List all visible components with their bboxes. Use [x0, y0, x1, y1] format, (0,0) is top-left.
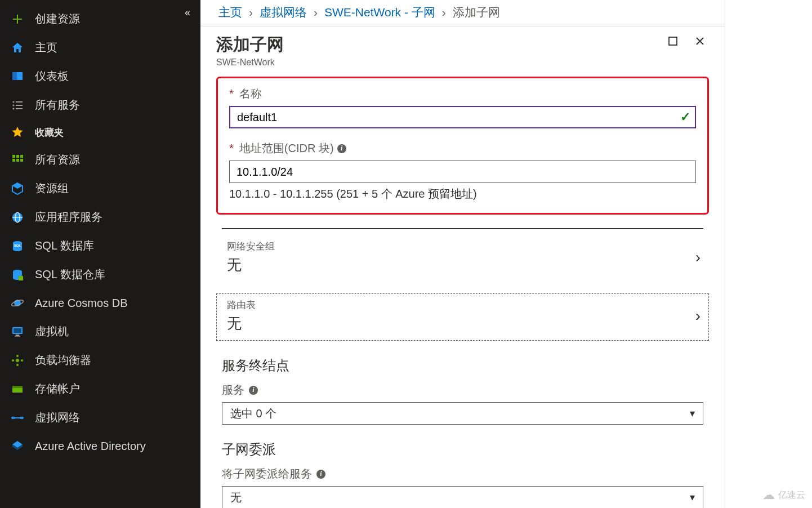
grid-icon [10, 153, 25, 167]
required-mark: * [229, 142, 234, 155]
svg-point-6 [13, 108, 15, 109]
sidebar-item-home[interactable]: 主页 [0, 33, 200, 62]
breadcrumb-link-subnet[interactable]: SWE-NetWork - 子网 [324, 5, 435, 20]
section-title-delegation: 子网委派 [222, 440, 703, 458]
svg-text:SQL: SQL [14, 244, 21, 247]
load-balancer-icon [10, 353, 25, 368]
info-icon[interactable]: i [249, 386, 258, 395]
dropdown-value: 选中 0 个 [230, 406, 276, 421]
plus-icon [10, 12, 25, 26]
sidebar-item-label: 创建资源 [35, 11, 80, 26]
vnet-icon [10, 411, 25, 425]
sidebar-item-create-resource[interactable]: 创建资源 [0, 5, 200, 33]
sidebar-item-label: 应用程序服务 [35, 210, 102, 225]
sidebar-item-storage[interactable]: 存储帐户 [0, 375, 200, 403]
chevron-down-icon: ▾ [690, 491, 695, 503]
sidebar-item-sql-db[interactable]: SQL SQL 数据库 [0, 231, 200, 260]
sidebar-item-aad[interactable]: Azure Active Directory [0, 432, 200, 460]
panel-header: 添加子网 SWE-NetWork [200, 26, 725, 70]
list-icon [10, 98, 25, 113]
panel-title: 添加子网 [216, 33, 284, 56]
sidebar-favorites-label: 收藏夹 [35, 126, 64, 139]
sidebar-item-vnet[interactable]: 虚拟网络 [0, 403, 200, 432]
star-icon [10, 125, 25, 140]
section-divider [222, 228, 703, 229]
label-services: 服务 i [222, 382, 703, 398]
globe-icon [10, 210, 25, 225]
delegation-dropdown[interactable]: 无 ▾ [222, 486, 703, 508]
sidebar-item-all-resources[interactable]: 所有资源 [0, 145, 200, 174]
highlight-box: * 名称 ✓ * 地址范围(CIDR 块) i [216, 77, 709, 215]
restore-window-icon[interactable] [667, 35, 679, 47]
home-icon [10, 41, 25, 55]
label-text: 服务 [222, 382, 244, 398]
breadcrumb-link-vnets[interactable]: 虚拟网络 [260, 5, 307, 20]
sidebar-item-label: 仪表板 [35, 69, 69, 84]
panel-body: * 名称 ✓ * 地址范围(CIDR 块) i [200, 70, 725, 508]
sidebar-item-app-services[interactable]: 应用程序服务 [0, 203, 200, 231]
sidebar-item-cosmos-db[interactable]: Azure Cosmos DB [0, 289, 200, 317]
svg-rect-9 [16, 155, 19, 158]
svg-rect-7 [16, 108, 23, 109]
cube-icon [10, 181, 25, 196]
svg-rect-26 [15, 336, 20, 337]
sidebar-item-all-services[interactable]: 所有服务 [0, 91, 200, 119]
svg-rect-11 [12, 159, 15, 162]
collapse-sidebar-icon[interactable]: « [185, 7, 190, 19]
svg-rect-13 [20, 159, 23, 162]
svg-point-2 [13, 101, 15, 103]
monitor-icon [10, 324, 25, 339]
svg-rect-8 [12, 155, 15, 158]
dropdown-value: 无 [230, 490, 242, 505]
sidebar-item-load-balancer[interactable]: 负载均衡器 [0, 346, 200, 375]
field-label-cidr: * 地址范围(CIDR 块) i [229, 141, 696, 156]
sidebar-favorites-header: 收藏夹 [0, 119, 200, 145]
svg-rect-12 [16, 159, 19, 162]
svg-rect-24 [14, 328, 21, 333]
subnet-cidr-input[interactable] [229, 161, 696, 183]
info-icon[interactable]: i [337, 144, 346, 153]
svg-rect-5 [16, 105, 23, 106]
watermark: ☁ 亿速云 [762, 488, 805, 502]
field-name: * 名称 ✓ [229, 86, 696, 128]
svg-point-28 [12, 359, 14, 362]
breadcrumb-link-home[interactable]: 主页 [218, 5, 242, 20]
sidebar-item-vm[interactable]: 虚拟机 [0, 317, 200, 346]
field-cidr: * 地址范围(CIDR 块) i 10.1.1.0 - 10.1.1.255 (… [229, 141, 696, 202]
nsg-picker[interactable]: 网络安全组 无 › [216, 235, 709, 282]
content-panel: 主页 › 虚拟网络 › SWE-NetWork - 子网 › 添加子网 添加子网… [200, 0, 725, 508]
svg-point-27 [16, 359, 19, 362]
watermark-text: 亿速云 [778, 489, 805, 501]
sidebar-item-label: 所有服务 [35, 97, 80, 113]
sidebar-item-label: Azure Cosmos DB [35, 297, 128, 310]
subnet-name-input[interactable] [229, 106, 696, 128]
label-text: 将子网委派给服务 [222, 466, 312, 482]
sidebar-item-sql-dw[interactable]: SQL 数据仓库 [0, 260, 200, 289]
label-text: 名称 [239, 86, 262, 101]
close-icon[interactable] [694, 35, 706, 47]
main: 主页 › 虚拟网络 › SWE-NetWork - 子网 › 添加子网 添加子网… [200, 0, 812, 508]
svg-rect-10 [20, 155, 23, 158]
sidebar-item-resource-groups[interactable]: 资源组 [0, 174, 200, 203]
route-table-picker[interactable]: 路由表 无 › [216, 293, 709, 341]
sql-db-icon: SQL [10, 239, 25, 253]
svg-point-29 [21, 359, 23, 362]
sidebar-item-dashboard[interactable]: 仪表板 [0, 62, 200, 91]
field-label-name: * 名称 [229, 86, 696, 101]
chevron-right-icon: › [249, 6, 253, 19]
sidebar: « 创建资源 主页 仪表板 所有服务 [0, 0, 200, 508]
info-icon[interactable]: i [316, 470, 325, 479]
picker-value: 无 [227, 314, 256, 333]
sidebar-item-label: 负载均衡器 [35, 353, 91, 368]
chevron-right-icon: › [695, 248, 701, 266]
chevron-right-icon: › [695, 307, 701, 325]
sidebar-item-label: Azure Active Directory [35, 440, 146, 453]
svg-rect-36 [14, 417, 21, 418]
sidebar-item-label: 主页 [35, 40, 57, 55]
picker-label: 路由表 [227, 298, 256, 311]
svg-rect-20 [19, 276, 23, 280]
services-dropdown[interactable]: 选中 0 个 ▾ [222, 402, 703, 425]
sidebar-item-label: SQL 数据仓库 [35, 267, 105, 282]
svg-rect-1 [12, 72, 17, 80]
sql-dw-icon [10, 268, 25, 282]
